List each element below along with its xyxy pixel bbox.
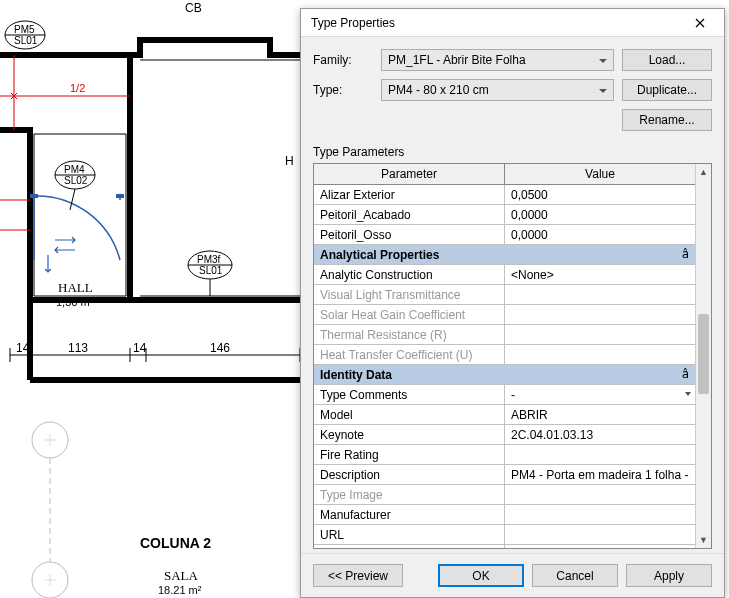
param-value[interactable]: 0,0000 <box>505 225 696 245</box>
titlebar[interactable]: Type Properties <box>301 9 724 37</box>
preview-button[interactable]: << Preview <box>313 564 403 587</box>
table-row[interactable]: DescriptionPM4 - Porta em madeira 1 folh… <box>314 465 695 485</box>
table-row[interactable]: Peitoril_Acabado0,0000 <box>314 205 695 225</box>
cancel-button[interactable]: Cancel <box>532 564 618 587</box>
tag-pm4: PM4 <box>64 164 85 175</box>
table-row[interactable]: Analytic Construction<None> <box>314 265 695 285</box>
table-row[interactable]: Fire Rating <box>314 445 695 465</box>
table-row[interactable]: Type Image <box>314 485 695 505</box>
type-parameters-label: Type Parameters <box>313 145 712 159</box>
dim-146: 146 <box>210 341 230 355</box>
param-value[interactable]: 0,0500 <box>505 185 696 205</box>
close-button[interactable] <box>680 12 720 34</box>
label-hall-area: 1,36 m² <box>56 296 94 308</box>
dim-14b: 14 <box>133 341 147 355</box>
param-name: Visual Light Transmittance <box>314 285 505 305</box>
close-icon <box>695 18 705 28</box>
label-sala: SALA <box>164 568 199 583</box>
param-name: Type Image <box>314 485 505 505</box>
param-name: Heat Transfer Coefficient (U) <box>314 345 505 365</box>
family-value: PM_1FL - Abrir Bite Folha <box>388 53 526 67</box>
param-name: Solar Heat Gain Coefficient <box>314 305 505 325</box>
table-row[interactable]: Keynote2C.04.01.03.13 <box>314 425 695 445</box>
label-coluna: COLUNA 2 <box>140 535 211 551</box>
param-value[interactable] <box>505 325 696 345</box>
param-name: Keynote <box>314 425 505 445</box>
type-properties-dialog: Type Properties Family: PM_1FL - Abrir B… <box>300 8 725 598</box>
param-value[interactable] <box>505 505 696 525</box>
scroll-thumb[interactable] <box>698 314 709 394</box>
param-value[interactable]: - <box>505 385 696 405</box>
param-value[interactable] <box>505 445 696 465</box>
tag-pm4b: SL02 <box>64 175 88 186</box>
type-label: Type: <box>313 83 373 97</box>
family-label: Family: <box>313 53 373 67</box>
param-name: Peitoril_Acabado <box>314 205 505 225</box>
label-sala-area: 18.21 m² <box>158 584 202 596</box>
table-row[interactable]: Manufacturer <box>314 505 695 525</box>
param-value[interactable]: 2C.04.01.03.13 <box>505 425 696 445</box>
table-row[interactable]: Analytical Propertiesâ <box>314 245 695 265</box>
param-name: Description <box>314 465 505 485</box>
table-row[interactable]: Thermal Resistance (R) <box>314 325 695 345</box>
rename-button[interactable]: Rename... <box>622 109 712 131</box>
param-value[interactable] <box>505 305 696 325</box>
param-value[interactable] <box>505 285 696 305</box>
type-select[interactable]: PM4 - 80 x 210 cm <box>381 79 614 101</box>
label-hall: HALL <box>58 280 93 295</box>
dim-half: 1/2 <box>70 82 85 94</box>
param-name: Manufacturer <box>314 505 505 525</box>
table-row[interactable]: Alizar Exterior0,0500 <box>314 185 695 205</box>
param-value[interactable] <box>505 525 696 545</box>
table-row[interactable]: Identity Dataâ <box>314 365 695 385</box>
apply-button[interactable]: Apply <box>626 564 712 587</box>
group-header[interactable]: Identity Dataâ <box>314 365 695 385</box>
table-row[interactable]: URL <box>314 525 695 545</box>
type-value: PM4 - 80 x 210 cm <box>388 83 489 97</box>
param-value[interactable] <box>505 345 696 365</box>
tag-pm5: PM5 <box>14 24 35 35</box>
collapse-icon[interactable]: â <box>682 367 689 381</box>
table-row[interactable]: Heat Transfer Coefficient (U) <box>314 345 695 365</box>
param-name: Type Comments <box>314 385 505 405</box>
param-name: Assembly Code <box>314 545 505 549</box>
table-row[interactable]: ModelABRIR <box>314 405 695 425</box>
grid-scrollbar[interactable]: ▲ ▼ <box>695 164 711 548</box>
param-name: Thermal Resistance (R) <box>314 325 505 345</box>
param-name: Peitoril_Osso <box>314 225 505 245</box>
param-value[interactable]: <None> <box>505 265 696 285</box>
param-name: Model <box>314 405 505 425</box>
table-row[interactable]: Type Comments- <box>314 385 695 405</box>
scroll-up-icon[interactable]: ▲ <box>696 164 711 180</box>
group-header[interactable]: Analytical Propertiesâ <box>314 245 695 265</box>
table-row[interactable]: Peitoril_Osso0,0000 <box>314 225 695 245</box>
label-h: H <box>285 154 294 168</box>
load-button[interactable]: Load... <box>622 49 712 71</box>
dim-113: 113 <box>68 341 88 355</box>
param-name: Fire Rating <box>314 445 505 465</box>
family-select[interactable]: PM_1FL - Abrir Bite Folha <box>381 49 614 71</box>
param-value[interactable] <box>505 545 696 549</box>
ok-button[interactable]: OK <box>438 564 524 587</box>
label-cb: CB <box>185 1 202 15</box>
svg-line-27 <box>70 189 75 210</box>
param-value[interactable]: ABRIR <box>505 405 696 425</box>
tag-pm3f: PM3f <box>197 254 221 265</box>
duplicate-button[interactable]: Duplicate... <box>622 79 712 101</box>
param-value[interactable]: PM4 - Porta em madeira 1 folha - <box>505 465 696 485</box>
tag-pm3fb: SL01 <box>199 265 223 276</box>
param-value[interactable]: 0,0000 <box>505 205 696 225</box>
param-name: URL <box>314 525 505 545</box>
table-row[interactable]: Solar Heat Gain Coefficient <box>314 305 695 325</box>
col-value[interactable]: Value <box>505 164 696 185</box>
param-name: Analytic Construction <box>314 265 505 285</box>
scroll-down-icon[interactable]: ▼ <box>696 532 711 548</box>
dim-14a: 14 <box>16 341 30 355</box>
dialog-title: Type Properties <box>311 16 680 30</box>
collapse-icon[interactable]: â <box>682 247 689 261</box>
parameters-grid: Parameter Value Alizar Exterior0,0500Pei… <box>313 163 712 549</box>
param-value[interactable] <box>505 485 696 505</box>
table-row[interactable]: Assembly Code <box>314 545 695 549</box>
table-row[interactable]: Visual Light Transmittance <box>314 285 695 305</box>
col-parameter[interactable]: Parameter <box>314 164 505 185</box>
